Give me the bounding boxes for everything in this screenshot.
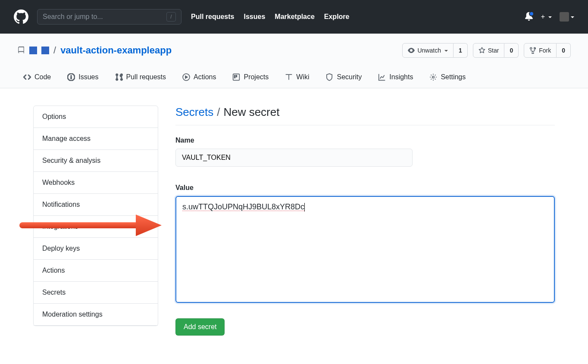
nav-marketplace[interactable]: Marketplace	[275, 13, 315, 21]
name-label: Name	[175, 137, 555, 144]
sidebar-item-moderation[interactable]: Moderation settings	[34, 304, 158, 326]
create-new-dropdown[interactable]: +	[541, 13, 552, 21]
sidebar-item-options[interactable]: Options	[34, 106, 158, 128]
slash-key-icon: /	[166, 12, 176, 22]
fork-label: Fork	[539, 47, 551, 54]
tab-actions[interactable]: Actions	[176, 69, 222, 88]
sidebar-item-notifications[interactable]: Notifications	[34, 194, 158, 216]
owner-avatar[interactable]	[41, 47, 49, 54]
secret-name-input[interactable]	[175, 149, 413, 167]
watchers-count[interactable]: 1	[454, 43, 468, 58]
nav-issues[interactable]: Issues	[244, 13, 265, 21]
add-secret-button[interactable]: Add secret	[175, 318, 225, 336]
stars-count[interactable]: 0	[504, 43, 519, 58]
svg-rect-2	[235, 75, 235, 78]
svg-rect-3	[236, 75, 237, 78]
user-menu[interactable]	[560, 12, 574, 22]
secret-value-text: s.uwTTQJoUPNqHJ9BUL8xYR8Dc	[182, 202, 304, 211]
star-label: Star	[488, 47, 499, 54]
value-label: Value	[175, 184, 555, 192]
tab-pull-requests[interactable]: Pull requests	[109, 69, 172, 88]
unwatch-label: Unwatch	[417, 47, 441, 54]
breadcrumb-separator: /	[217, 106, 220, 119]
tab-security[interactable]: Security	[319, 69, 368, 88]
sidebar-item-manage-access[interactable]: Manage access	[34, 128, 158, 150]
sidebar-item-deploy-keys[interactable]: Deploy keys	[34, 238, 158, 260]
search-placeholder: Search or jump to...	[43, 13, 166, 21]
page-title: Secrets / New secret	[175, 106, 555, 125]
repo-icon	[17, 47, 25, 54]
secret-value-textarea[interactable]: s.uwTTQJoUPNqHJ9BUL8xYR8Dc	[175, 196, 555, 303]
tab-projects[interactable]: Projects	[226, 69, 275, 88]
repo-name-link[interactable]: vault-action-exampleapp	[60, 45, 172, 56]
svg-point-4	[432, 76, 435, 78]
nav-explore[interactable]: Explore	[324, 13, 350, 21]
sidebar-item-webhooks[interactable]: Webhooks	[34, 172, 158, 194]
breadcrumb-current: New secret	[223, 106, 279, 119]
repo-title: / vault-action-exampleapp	[17, 45, 172, 56]
nav-pull-requests[interactable]: Pull requests	[191, 13, 234, 21]
notifications-icon[interactable]	[525, 12, 533, 22]
sidebar-item-security-analysis[interactable]: Security & analysis	[34, 150, 158, 172]
fork-button[interactable]: Fork	[524, 43, 557, 58]
owner-avatar[interactable]	[29, 47, 37, 54]
repo-tabs: Code Issues Pull requests Actions Projec…	[17, 69, 571, 88]
star-button[interactable]: Star	[473, 43, 505, 58]
sidebar-item-actions[interactable]: Actions	[34, 260, 158, 282]
repo-header: / vault-action-exampleapp Unwatch 1 Star…	[0, 34, 588, 88]
tab-wiki[interactable]: Wiki	[279, 69, 315, 88]
tab-code[interactable]: Code	[17, 69, 57, 88]
global-header: Search or jump to... / Pull requests Iss…	[0, 0, 588, 34]
forks-count[interactable]: 0	[557, 43, 571, 58]
tab-issues[interactable]: Issues	[61, 69, 104, 88]
tab-insights[interactable]: Insights	[372, 69, 419, 88]
settings-sidebar: Options Manage access Security & analysi…	[33, 106, 158, 326]
sidebar-item-integrations[interactable]: Integrations	[34, 216, 158, 238]
main-content: Secrets / New secret Name Value s.uwTTQJ…	[175, 106, 555, 336]
unwatch-button[interactable]: Unwatch	[402, 43, 453, 58]
search-input[interactable]: Search or jump to... /	[37, 9, 181, 25]
global-nav: Pull requests Issues Marketplace Explore	[191, 13, 349, 21]
avatar	[560, 12, 569, 22]
tab-settings[interactable]: Settings	[423, 69, 472, 88]
github-logo-icon[interactable]	[14, 9, 28, 24]
sidebar-item-secrets[interactable]: Secrets	[34, 282, 158, 304]
breadcrumb-secrets[interactable]: Secrets	[175, 106, 213, 119]
